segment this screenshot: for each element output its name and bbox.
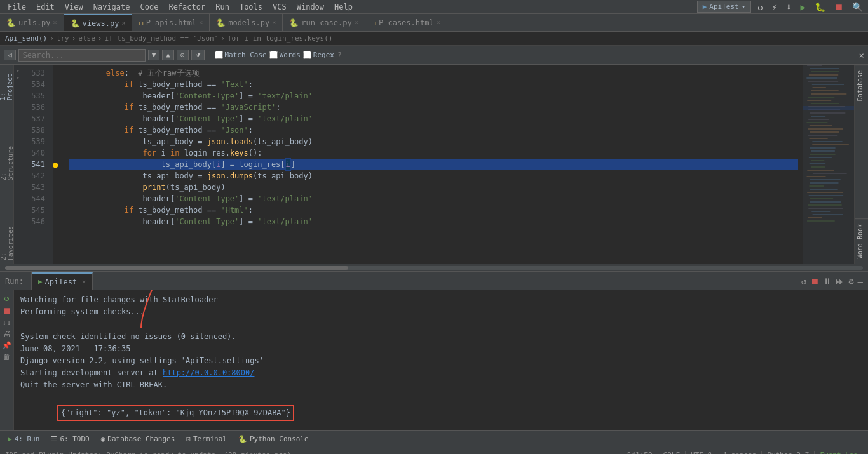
menu-item-refactor[interactable]: Refactor <box>163 1 210 13</box>
tab-p-apis-html[interactable]: ◻ P_apis.html × <box>132 14 210 32</box>
menu-item-code[interactable]: Code <box>135 1 164 13</box>
breadcrumb-part-4[interactable]: for i in login_res.keys() <box>227 34 333 43</box>
search-input[interactable] <box>18 49 146 62</box>
run-print-btn[interactable]: 🖨 <box>3 330 11 338</box>
terminal-btn[interactable]: ⊡ Terminal <box>181 434 232 444</box>
right-label-wordbook[interactable]: Word Book <box>855 218 868 264</box>
words-option[interactable]: Words <box>269 51 301 59</box>
fold-icon-540[interactable]: ▾ <box>14 67 22 74</box>
match-case-checkbox[interactable] <box>215 51 223 59</box>
menu-item-file[interactable]: File <box>3 1 31 13</box>
sidebar-item-structure[interactable]: Z: Structure <box>0 142 16 184</box>
code-line-545: if ts_body_method == 'Html': <box>69 204 798 216</box>
encoding[interactable]: UTF-8 <box>686 451 717 454</box>
event-log-btn[interactable]: Event Log <box>815 451 863 454</box>
search-close-btn[interactable]: × <box>859 50 864 60</box>
menu-item-tools[interactable]: Tools <box>234 1 268 13</box>
toolbar-debug-icon[interactable]: 🐛 <box>812 1 828 13</box>
terminal-icon: ⊡ <box>186 435 191 443</box>
h-scrollbar-thumb[interactable] <box>5 266 348 270</box>
tab-close-icon[interactable]: × <box>199 19 203 26</box>
gear-icon[interactable]: ⚙ <box>848 276 853 286</box>
line-num-546: 546 <box>24 216 50 227</box>
tab-models-py[interactable]: 🐍 models.py × <box>210 14 283 32</box>
line-num-540: 540 <box>24 147 50 159</box>
run-stop-btn[interactable]: ⏹ <box>3 305 11 316</box>
toolbar-stop-icon[interactable]: ⏹ <box>832 1 846 13</box>
search-filter-icon[interactable]: ⧩ <box>191 50 205 60</box>
right-label-database[interactable]: Database <box>855 65 868 106</box>
tab-close-icon[interactable]: × <box>53 19 57 26</box>
tab-p-cases-html[interactable]: ◻ P_cases.html × <box>365 14 447 32</box>
todo-window-btn[interactable]: ☰ 6: TODO <box>46 434 94 444</box>
toolbar-download-icon[interactable]: ⬇ <box>783 1 794 13</box>
run-config-icon: ▶ <box>703 3 707 11</box>
run-restart-btn[interactable]: ↺ <box>4 293 9 303</box>
tab-close-icon[interactable]: × <box>121 20 125 27</box>
update-message[interactable]: IDE and Plugin Updates: PyCharm is ready… <box>5 451 622 454</box>
tab-close-icon[interactable]: × <box>272 19 276 26</box>
fold-column: ▾ ▾ <box>14 65 24 264</box>
left-sidebar: 1: Project Z: Structure 2: Favorites <box>0 65 14 264</box>
breadcrumb-part-2[interactable]: else <box>78 34 95 43</box>
line-num-538: 538 <box>24 124 50 136</box>
python-version[interactable]: Python 3.7 <box>762 451 815 454</box>
run-trash-btn[interactable]: 🗑 <box>3 352 11 361</box>
regex-help-icon[interactable]: ? <box>337 51 342 59</box>
breadcrumb-part-1[interactable]: try <box>57 34 69 43</box>
search-prev-icon[interactable]: ◁ <box>4 50 16 60</box>
menu-item-edit[interactable]: Edit <box>31 1 60 13</box>
toolbar-search-icon[interactable]: 🔍 <box>850 1 865 13</box>
run-pause-icon[interactable]: ⏸ <box>823 276 832 286</box>
run-restart-icon[interactable]: ↺ <box>801 276 806 286</box>
code-editor[interactable]: else: # 五个raw子选项 if ts_body_method == 'T… <box>64 65 803 264</box>
run-scroll-to-end-btn[interactable]: ↓↓ <box>2 318 11 327</box>
breadcrumb-sep-1: › <box>72 34 76 43</box>
search-prev-btn[interactable]: ▲ <box>162 50 174 60</box>
tab-urls-py[interactable]: 🐍 urls.py × <box>0 14 64 32</box>
run-tab-close-icon[interactable]: × <box>82 278 86 285</box>
run-tab-icon: ▶ <box>38 277 43 286</box>
tab-close-icon[interactable]: × <box>437 19 440 26</box>
toolbar-build-icon[interactable]: ⚡ <box>770 1 780 13</box>
breadcrumb-part-0[interactable]: Api_send() <box>5 34 47 43</box>
bottom-tab-apitest[interactable]: ▶ ApiTest × <box>32 272 93 290</box>
menu-item-window[interactable]: Window <box>292 1 329 13</box>
regex-option[interactable]: Regex ? <box>303 51 342 59</box>
line-num-534: 534 <box>24 79 50 90</box>
indent[interactable]: 4 spaces <box>717 451 762 454</box>
close-panel-icon[interactable]: — <box>858 276 863 286</box>
search-next-btn[interactable]: ▼ <box>148 50 160 60</box>
menu-item-view[interactable]: View <box>60 1 88 13</box>
run-stop-icon[interactable]: ⏹ <box>810 276 819 286</box>
search-find-btn[interactable]: ⊙ <box>177 50 189 60</box>
db-changes-btn[interactable]: ◉ Database Changes <box>96 434 180 444</box>
toolbar-run-icon[interactable]: ▶ <box>798 1 808 13</box>
menu-item-run[interactable]: Run <box>210 1 234 13</box>
run-pin-btn[interactable]: 📌 <box>2 341 11 350</box>
python-console-label: Python Console <box>250 435 309 443</box>
menu-item-help[interactable]: Help <box>329 1 358 13</box>
tab-close-icon[interactable]: × <box>355 19 358 26</box>
server-url-link[interactable]: http://0.0.0.0:8000/ <box>163 368 255 377</box>
tab-run-case-py[interactable]: 🐍 run_case.py × <box>283 14 365 32</box>
tab-views-py[interactable]: 🐍 views.py × <box>64 14 133 32</box>
run-config-dropdown[interactable]: ▶ ApiTest ▾ <box>697 1 752 13</box>
breadcrumb-sep-3: › <box>220 34 225 43</box>
run-window-btn[interactable]: ▶ 4: Run <box>3 434 44 444</box>
run-forward-icon[interactable]: ⏭ <box>836 276 844 286</box>
menu-item-navigate[interactable]: Navigate <box>88 1 135 13</box>
h-scrollbar[interactable] <box>0 264 868 271</box>
breadcrumb-part-3[interactable]: if ts_body_method == 'Json' <box>104 34 218 43</box>
line-ending[interactable]: CRLF <box>658 451 686 454</box>
menu-item-vcs[interactable]: VCS <box>268 1 292 13</box>
python-console-btn[interactable]: 🐍 Python Console <box>233 434 314 444</box>
toolbar-refresh-icon[interactable]: ↺ <box>755 1 765 13</box>
line-num-542: 542 <box>24 170 50 182</box>
sidebar-item-favorites[interactable]: 2: Favorites <box>0 222 16 264</box>
match-case-option[interactable]: Match Case <box>215 51 267 59</box>
words-checkbox[interactable] <box>269 51 278 59</box>
fold-icon-545[interactable]: ▾ <box>14 74 22 81</box>
regex-checkbox[interactable] <box>303 51 311 59</box>
h-scrollbar-track[interactable] <box>5 266 863 270</box>
